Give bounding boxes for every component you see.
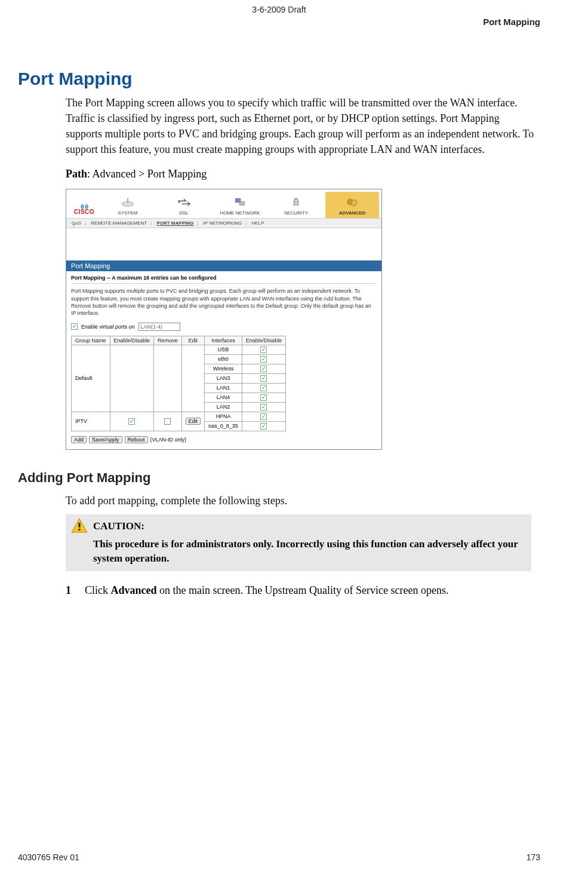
group-enable-checkbox[interactable]: ✓ — [128, 418, 135, 425]
nav-homenet[interactable]: HOME NETWORK — [213, 194, 267, 218]
iface-enable-checkbox[interactable]: ✓ — [260, 375, 267, 382]
nav-dsl[interactable]: DSL — [157, 194, 211, 218]
svg-point-6 — [351, 200, 357, 206]
reboot-button[interactable]: Reboot — [125, 436, 148, 443]
subtab-ipnet[interactable]: IP NETWORKING — [202, 220, 244, 226]
draft-header: 3-6-2009 Draft — [18, 5, 540, 14]
edit-button[interactable]: Edit — [186, 418, 201, 425]
buttons-note: (VLAN-ID only) — [150, 437, 187, 443]
nav-advanced[interactable]: ADVANCED — [325, 192, 379, 218]
intro-paragraph: The Port Mapping screen allows you to sp… — [66, 95, 537, 157]
subtab-portmap[interactable]: PORT MAPPING — [155, 220, 195, 226]
iface-enable-checkbox[interactable]: ✓ — [260, 385, 267, 391]
save-apply-button[interactable]: Save/Apply — [89, 436, 122, 443]
step-1: 1 Click Advanced on the main screen. The… — [66, 584, 537, 597]
cisco-logo: ·ı|ı·ı|ı· CISCO — [70, 201, 98, 218]
caution-label: CAUTION: — [93, 519, 524, 533]
sub-tab-bar: QoS| REMOTE MANAGEMENT| PORT MAPPING| IP… — [66, 218, 381, 228]
group-default: Default — [72, 345, 110, 412]
port-mapping-table: Group Name Enable/Disable Remove Edit In… — [71, 336, 286, 431]
footer-doc-id: 4030765 Rev 01 — [18, 852, 79, 862]
iface-enable-checkbox[interactable]: ✓ — [260, 413, 267, 420]
iface-enable-checkbox[interactable]: ✓ — [260, 366, 267, 372]
group-iptv: IPTV — [72, 412, 110, 431]
path-value: : Advanced > Port Mapping — [87, 168, 207, 180]
iface-enable-checkbox[interactable]: ✓ — [260, 356, 267, 363]
group-remove-checkbox[interactable]: ✓ — [164, 418, 171, 425]
nav-system[interactable]: SYSTEM — [101, 194, 155, 218]
iface-enable-checkbox[interactable]: ✓ — [260, 346, 267, 353]
svg-rect-3 — [239, 202, 244, 206]
add-button[interactable]: Add — [71, 436, 87, 443]
enable-virtual-label: Enable virtual ports on — [81, 324, 135, 330]
subtab-help[interactable]: HELP — [250, 220, 266, 226]
running-header: Port Mapping — [18, 17, 540, 27]
enable-virtual-checkbox[interactable]: ✓ — [71, 323, 78, 330]
iface-enable-checkbox[interactable]: ✓ — [260, 404, 267, 410]
gui-screenshot: ·ı|ı·ı|ı· CISCO SYSTEM DSL HOME NETWORK … — [66, 189, 382, 450]
caution-box: CAUTION: This procedure is for administr… — [66, 514, 531, 571]
iface-enable-checkbox[interactable]: ✓ — [260, 423, 267, 430]
caution-icon — [71, 518, 88, 533]
step-text: Click Advanced on the main screen. The U… — [85, 584, 449, 597]
svg-rect-9 — [78, 529, 80, 530]
nav-security[interactable]: SECURITY — [269, 194, 323, 218]
panel-title: Port Mapping — [66, 260, 381, 271]
step-number: 1 — [66, 584, 73, 597]
caution-body: This procedure is for administrators onl… — [93, 537, 524, 566]
section-lead: To add port mapping, complete the follow… — [66, 493, 537, 508]
path-label: Path — [66, 168, 87, 180]
svg-rect-8 — [78, 523, 80, 528]
svg-rect-1 — [127, 198, 128, 203]
section-adding-title: Adding Port Mapping — [18, 470, 540, 486]
subtab-qos[interactable]: QoS — [70, 220, 83, 226]
lan-select[interactable]: LAN(1-4) — [138, 323, 180, 331]
path-line: Path: Advanced > Port Mapping — [66, 168, 540, 180]
page-title: Port Mapping — [18, 69, 540, 89]
panel-description: Port Mapping supports multiple ports to … — [71, 287, 377, 317]
subtab-remote[interactable]: REMOTE MANAGEMENT — [89, 220, 149, 226]
footer-page-num: 173 — [527, 852, 540, 862]
iface-enable-checkbox[interactable]: ✓ — [260, 394, 267, 401]
panel-subtitle: Port Mapping -- A maximum 16 entries can… — [71, 275, 377, 284]
svg-rect-4 — [294, 202, 298, 206]
